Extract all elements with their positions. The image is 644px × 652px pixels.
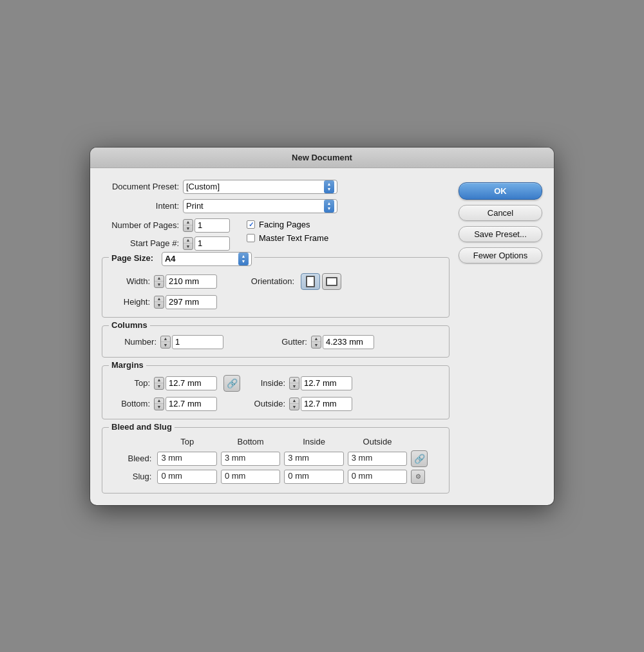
height-up[interactable]: ▲ bbox=[155, 296, 164, 303]
width-down[interactable]: ▼ bbox=[155, 282, 164, 287]
bleed-outside-input[interactable]: 3 mm bbox=[348, 452, 407, 466]
gutter-stepper[interactable]: ▲ ▼ bbox=[311, 336, 321, 349]
num-pages-label: Number of Pages: bbox=[102, 220, 179, 230]
start-page-input[interactable]: 1 bbox=[194, 236, 230, 251]
margins-bottom-input[interactable]: 12.7 mm bbox=[166, 397, 217, 411]
facing-pages-row[interactable]: Facing Pages bbox=[247, 220, 328, 229]
slug-inside-input[interactable]: 0 mm bbox=[284, 470, 343, 484]
mo-down[interactable]: ▼ bbox=[290, 404, 299, 410]
intent-dropdown-arrow[interactable]: ▲ ▼ bbox=[324, 200, 334, 213]
bleed-bottom-input[interactable]: 3 mm bbox=[221, 452, 280, 466]
margins-section: Margins Top: ▲ ▼ 12.7 mm bbox=[102, 365, 450, 419]
orientation-buttons bbox=[301, 273, 341, 290]
pages-left: Number of Pages: ▲ ▼ 1 Start Pag bbox=[102, 218, 230, 251]
preset-dropdown-arrow[interactable]: ▲ ▼ bbox=[324, 180, 334, 193]
page-size-dropdown-arrow[interactable]: ▲ ▼ bbox=[238, 253, 249, 265]
gutter-up[interactable]: ▲ bbox=[312, 336, 321, 343]
width-label: Width: bbox=[111, 276, 150, 286]
pages-row: Number of Pages: ▲ ▼ 1 Start Pag bbox=[102, 218, 450, 251]
num-pages-input[interactable]: 1 bbox=[194, 218, 230, 233]
bleed-link-icon[interactable]: 🔗 bbox=[411, 450, 428, 467]
mb-down[interactable]: ▼ bbox=[155, 404, 164, 410]
bleed-label: Bleed: bbox=[111, 449, 155, 468]
bleed-top-input[interactable]: 3 mm bbox=[157, 452, 216, 466]
start-page-up[interactable]: ▲ bbox=[184, 238, 193, 244]
num-pages-down[interactable]: ▼ bbox=[184, 225, 193, 231]
columns-section: Columns Number: ▲ ▼ 1 bbox=[102, 325, 450, 358]
cols-down[interactable]: ▼ bbox=[161, 342, 170, 348]
orientation-label: Orientation: bbox=[236, 276, 294, 286]
master-text-row[interactable]: Master Text Frame bbox=[247, 233, 328, 243]
gutter-down[interactable]: ▼ bbox=[312, 342, 321, 348]
landscape-button[interactable] bbox=[322, 273, 341, 290]
slug-outside-input[interactable]: 0 mm bbox=[348, 470, 407, 484]
link-icon[interactable]: 🔗 bbox=[223, 375, 240, 392]
margins-link-icon[interactable]: 🔗 bbox=[223, 375, 240, 392]
mt-up[interactable]: ▲ bbox=[155, 378, 164, 384]
height-input[interactable]: 297 mm bbox=[166, 295, 217, 309]
gutter-input[interactable]: 4.233 mm bbox=[323, 335, 374, 349]
facing-pages-label: Facing Pages bbox=[259, 220, 310, 229]
bleed-bottom-cell: 3 mm bbox=[219, 449, 282, 468]
margins-top-input[interactable]: 12.7 mm bbox=[166, 376, 217, 390]
width-stepper[interactable]: ▲ ▼ bbox=[154, 275, 164, 288]
bs-col-outside: Outside bbox=[346, 437, 409, 449]
facing-pages-checkbox[interactable] bbox=[247, 220, 255, 229]
gutter-label: Gutter: bbox=[256, 337, 307, 347]
width-input[interactable]: 210 mm bbox=[166, 274, 217, 289]
margins-bottom-stepper[interactable]: ▲ ▼ bbox=[154, 398, 164, 410]
preset-select[interactable]: [Custom] ▲ ▼ bbox=[183, 180, 337, 194]
slug-bottom-cell: 0 mm bbox=[219, 468, 282, 485]
margins-inside-stepper[interactable]: ▲ ▼ bbox=[289, 377, 299, 390]
save-preset-button[interactable]: Save Preset... bbox=[459, 226, 542, 242]
margins-outside-input[interactable]: 12.7 mm bbox=[301, 397, 352, 411]
num-pages-up[interactable]: ▲ bbox=[184, 220, 193, 226]
height-stepper[interactable]: ▲ ▼ bbox=[154, 296, 164, 309]
slug-bottom-input[interactable]: 0 mm bbox=[221, 470, 280, 484]
slug-top-input[interactable]: 0 mm bbox=[157, 470, 216, 484]
fewer-options-button[interactable]: Fewer Options bbox=[459, 247, 542, 264]
mb-up[interactable]: ▲ bbox=[155, 398, 164, 405]
margins-top-row: Top: ▲ ▼ 12.7 mm 🔗 bbox=[111, 375, 440, 392]
cancel-button[interactable]: Cancel bbox=[459, 205, 542, 221]
intent-select[interactable]: Print ▲ ▼ bbox=[183, 199, 337, 213]
start-page-stepper[interactable]: ▲ ▼ bbox=[183, 237, 193, 250]
start-page-field: ▲ ▼ 1 bbox=[183, 236, 230, 251]
slug-row: Slug: 0 mm 0 mm bbox=[111, 468, 440, 485]
columns-number-stepper[interactable]: ▲ ▼ bbox=[160, 336, 171, 349]
bleed-slug-section: Bleed and Slug Top Bottom Inside Outside bbox=[102, 427, 450, 494]
checkboxes-area: Facing Pages Master Text Frame bbox=[247, 220, 328, 243]
slug-lock-icon[interactable]: ⚙ bbox=[411, 470, 425, 484]
margins-bottom-field: ▲ ▼ 12.7 mm bbox=[154, 397, 217, 411]
bleed-slug-content: Top Bottom Inside Outside Bleed: bbox=[111, 437, 440, 485]
page-size-select[interactable]: A4 ▲ ▼ bbox=[162, 252, 252, 266]
margins-top-stepper[interactable]: ▲ ▼ bbox=[154, 377, 164, 390]
ok-button[interactable]: OK bbox=[459, 182, 542, 200]
bs-col-icon bbox=[409, 437, 440, 449]
width-up[interactable]: ▲ bbox=[155, 276, 164, 282]
start-page-down[interactable]: ▼ bbox=[184, 244, 193, 249]
intent-value: Print bbox=[186, 201, 204, 211]
master-text-checkbox[interactable] bbox=[247, 234, 255, 242]
columns-number-label: Number: bbox=[111, 337, 156, 347]
sidebar-buttons: OK Cancel Save Preset... Fewer Options bbox=[459, 180, 542, 494]
height-down[interactable]: ▼ bbox=[155, 302, 164, 308]
page-size-value: A4 bbox=[165, 254, 176, 264]
start-page-label: Start Page #: bbox=[102, 238, 179, 248]
intent-row: Intent: Print ▲ ▼ bbox=[102, 199, 450, 213]
cols-up[interactable]: ▲ bbox=[161, 336, 170, 343]
margins-outside-label: Outside: bbox=[247, 399, 285, 408]
mi-up[interactable]: ▲ bbox=[290, 378, 299, 384]
mi-down[interactable]: ▼ bbox=[290, 383, 299, 389]
bleed-slug-legend: Bleed and Slug bbox=[109, 422, 175, 432]
columns-number-input[interactable]: 1 bbox=[172, 335, 223, 349]
portrait-button[interactable] bbox=[301, 273, 320, 290]
bleed-inside-input[interactable]: 3 mm bbox=[284, 452, 343, 466]
num-pages-stepper[interactable]: ▲ ▼ bbox=[183, 219, 193, 232]
mo-up[interactable]: ▲ bbox=[290, 398, 299, 405]
page-size-content: Width: ▲ ▼ 210 mm Orientation: bbox=[111, 273, 440, 309]
margins-outside-stepper[interactable]: ▲ ▼ bbox=[289, 398, 299, 410]
width-row: Width: ▲ ▼ 210 mm Orientation: bbox=[111, 273, 440, 290]
margins-inside-input[interactable]: 12.7 mm bbox=[301, 376, 352, 390]
mt-down[interactable]: ▼ bbox=[155, 383, 164, 389]
